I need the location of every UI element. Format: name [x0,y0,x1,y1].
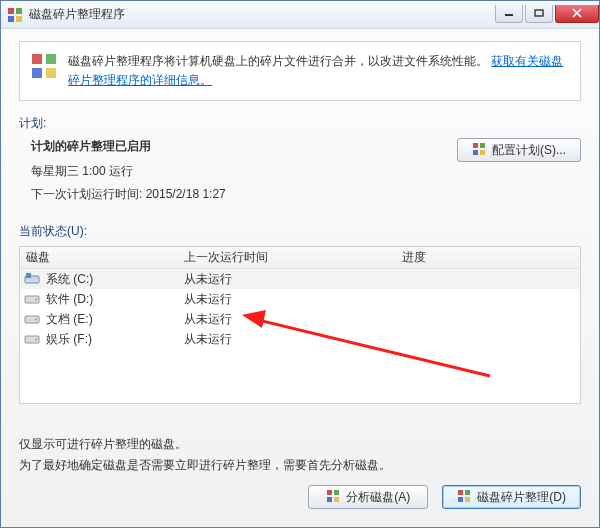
window-content: 磁盘碎片整理程序将计算机硬盘上的碎片文件进行合并，以改进文件系统性能。 获取有关… [1,29,599,527]
defrag-icon [30,52,58,80]
disk-name: 系统 (C:) [46,271,93,288]
note-line-2: 为了最好地确定磁盘是否需要立即进行碎片整理，需要首先分析磁盘。 [19,455,581,475]
svg-rect-8 [32,54,42,64]
disk-name: 软件 (D:) [46,291,93,308]
app-icon [7,7,23,23]
configure-button-wrap: 配置计划(S)... [457,138,581,162]
svg-rect-27 [334,497,339,502]
svg-rect-28 [458,490,463,495]
defrag-button-icon [457,489,471,506]
note-line-1: 仅显示可进行碎片整理的磁盘。 [19,434,581,454]
svg-point-21 [35,319,37,321]
disk-cell: 娱乐 (F:) [20,331,184,348]
disk-cell: 软件 (D:) [20,291,184,308]
svg-rect-30 [458,497,463,502]
analyze-button[interactable]: 分析磁盘(A) [308,485,428,509]
banner-description: 磁盘碎片整理程序将计算机硬盘上的碎片文件进行合并，以改进文件系统性能。 [68,54,488,68]
svg-rect-24 [327,490,332,495]
svg-rect-10 [32,68,42,78]
svg-point-23 [35,339,37,341]
configure-button-label: 配置计划(S)... [492,142,566,159]
last-run-cell: 从未运行 [184,311,402,328]
table-row[interactable]: 系统 (C:)从未运行 [20,269,580,289]
svg-point-19 [35,299,37,301]
svg-rect-26 [327,497,332,502]
analyze-button-label: 分析磁盘(A) [346,489,410,506]
svg-rect-12 [473,143,478,148]
button-bar: 分析磁盘(A) 磁盘碎片整理(D) [19,475,581,523]
svg-rect-29 [465,490,470,495]
schedule-row: 计划的碎片整理已启用 每星期三 1:00 运行 下一次计划运行时间: 2015/… [19,138,581,209]
defrag-button-label: 磁盘碎片整理(D) [477,489,566,506]
defrag-button[interactable]: 磁盘碎片整理(D) [442,485,581,509]
svg-rect-5 [535,10,543,16]
svg-rect-0 [8,8,14,14]
schedule-next-run: 下一次计划运行时间: 2015/2/18 1:27 [31,186,441,203]
disk-list-header: 磁盘 上一次运行时间 进度 [20,247,580,269]
svg-rect-11 [46,68,56,78]
banner-text: 磁盘碎片整理程序将计算机硬盘上的碎片文件进行合并，以改进文件系统性能。 获取有关… [68,52,568,90]
minimize-button[interactable] [495,5,523,23]
table-row[interactable]: 文档 (E:)从未运行 [20,309,580,329]
header-progress[interactable]: 进度 [402,249,580,266]
hard-drive-icon [24,312,40,326]
disk-list: 磁盘 上一次运行时间 进度 系统 (C:)从未运行软件 (D:)从未运行文档 (… [19,246,581,404]
last-run-cell: 从未运行 [184,271,402,288]
svg-rect-15 [480,150,485,155]
svg-rect-3 [16,16,22,22]
disk-name: 娱乐 (F:) [46,331,92,348]
window-title: 磁盘碎片整理程序 [29,6,493,23]
schedule-info: 计划的碎片整理已启用 每星期三 1:00 运行 下一次计划运行时间: 2015/… [19,138,441,209]
last-run-cell: 从未运行 [184,331,402,348]
svg-rect-13 [480,143,485,148]
svg-rect-17 [26,273,31,278]
maximize-button[interactable] [525,5,553,23]
schedule-when: 每星期三 1:00 运行 [31,163,441,180]
header-last-run[interactable]: 上一次运行时间 [184,249,402,266]
hard-drive-icon [24,292,40,306]
disk-name: 文档 (E:) [46,311,93,328]
schedule-section-label: 计划: [19,115,581,132]
svg-rect-9 [46,54,56,64]
analyze-icon [326,489,340,506]
svg-rect-14 [473,150,478,155]
last-run-cell: 从未运行 [184,291,402,308]
close-button[interactable] [555,5,599,23]
schedule-enabled-title: 计划的碎片整理已启用 [31,138,441,155]
svg-rect-25 [334,490,339,495]
status-section-label: 当前状态(U): [19,223,581,240]
svg-rect-1 [16,8,22,14]
configure-icon [472,142,486,159]
info-banner: 磁盘碎片整理程序将计算机硬盘上的碎片文件进行合并，以改进文件系统性能。 获取有关… [19,41,581,101]
table-row[interactable]: 软件 (D:)从未运行 [20,289,580,309]
hard-drive-icon [24,332,40,346]
configure-schedule-button[interactable]: 配置计划(S)... [457,138,581,162]
os-drive-icon [24,272,40,286]
svg-rect-2 [8,16,14,22]
svg-rect-31 [465,497,470,502]
title-bar: 磁盘碎片整理程序 [1,1,599,29]
header-disk[interactable]: 磁盘 [20,249,184,266]
table-row[interactable]: 娱乐 (F:)从未运行 [20,329,580,349]
disk-cell: 文档 (E:) [20,311,184,328]
defrag-window: 磁盘碎片整理程序 磁盘碎片整理程序 [0,0,600,528]
disk-rows: 系统 (C:)从未运行软件 (D:)从未运行文档 (E:)从未运行娱乐 (F:)… [20,269,580,349]
notes: 仅显示可进行碎片整理的磁盘。 为了最好地确定磁盘是否需要立即进行碎片整理，需要首… [19,434,581,475]
window-controls [493,5,599,25]
disk-cell: 系统 (C:) [20,271,184,288]
